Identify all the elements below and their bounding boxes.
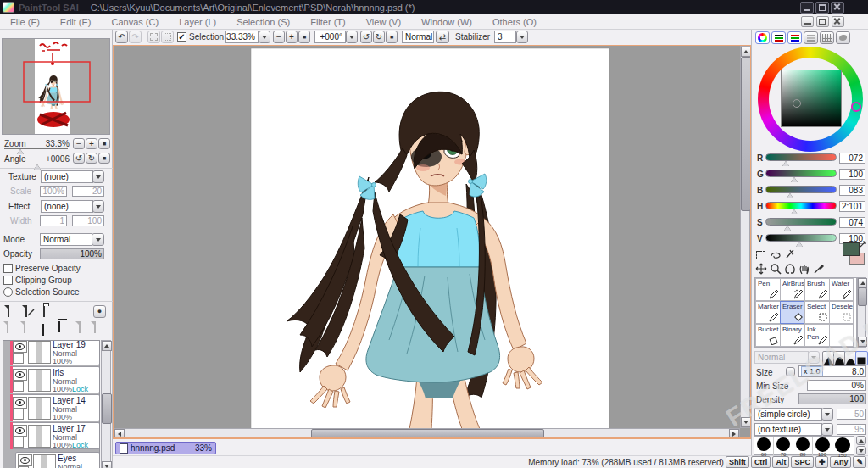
zoom-dropdown-button[interactable] (259, 31, 270, 43)
brush-preset[interactable]: 150 (832, 437, 852, 455)
tool-pen[interactable]: Pen (755, 278, 781, 301)
menu-edit[interactable]: Edit (E) (50, 17, 102, 27)
zoom-tool-icon[interactable] (770, 263, 782, 275)
canvas-hscrollbar[interactable] (114, 428, 740, 437)
layer-checkbox[interactable] (13, 381, 24, 392)
selection-transform-button[interactable] (161, 31, 174, 43)
new-linework-layer-icon[interactable] (25, 306, 27, 316)
delete-layer-icon[interactable] (58, 321, 60, 332)
ctrl-key-button[interactable]: Ctrl (751, 456, 771, 468)
brush-texture-dropdown-button[interactable] (821, 423, 833, 436)
slider-r-value[interactable]: 072 (839, 153, 865, 164)
brush-edge-flat-button[interactable] (855, 351, 868, 365)
eyedropper-icon[interactable] (813, 263, 825, 275)
magic-wand-icon[interactable] (784, 248, 795, 260)
new-layer-set-icon[interactable] (43, 306, 45, 316)
shift-key-button[interactable]: Shift (726, 456, 749, 468)
slider-b[interactable] (765, 186, 837, 193)
slider-g[interactable] (765, 170, 837, 177)
nav-zoom-in-button[interactable]: + (86, 138, 97, 149)
nav-zoom-reset-button[interactable]: ■ (98, 138, 110, 149)
layer-visibility-toggle[interactable] (18, 454, 32, 466)
canvas-vscrollbar[interactable] (740, 46, 750, 428)
alt-key-button[interactable]: Alt (772, 456, 789, 468)
tool-binary[interactable]: Binary (780, 324, 805, 347)
stabilizer-dropdown-button[interactable] (516, 31, 528, 43)
rotate-ccw-button[interactable]: ↺ (360, 31, 372, 43)
menu-layer[interactable]: Layer (L) (169, 17, 226, 27)
layer-opacity-slider[interactable]: 100% (40, 248, 104, 259)
slider-h[interactable] (765, 202, 837, 209)
zoom-out-button[interactable]: − (273, 31, 285, 43)
any-key-button[interactable]: Any (830, 456, 851, 468)
menu-view[interactable]: View (V) (356, 17, 411, 27)
rect-select-icon[interactable] (756, 251, 765, 259)
layer-mode-select[interactable]: Normal (40, 233, 92, 246)
min-size-value[interactable]: 0% (807, 380, 866, 391)
angle-reset-button[interactable]: ■ (386, 31, 398, 43)
color-wheel-toggle[interactable] (755, 31, 770, 44)
density-slider[interactable]: 100 (798, 393, 866, 404)
preserve-opacity-checkbox[interactable] (3, 264, 13, 273)
zoom-value[interactable]: 33.33% (225, 31, 259, 43)
preset-scroll-down-button[interactable] (856, 446, 866, 455)
pen-status-icon[interactable]: ✎ (853, 456, 866, 468)
canvas-hscrollbar-thumb[interactable] (311, 429, 544, 438)
layer-row-iris[interactable]: Iris Normal 100%Lock (10, 366, 100, 393)
menu-others[interactable]: Others (O) (482, 17, 547, 27)
tool-bucket[interactable]: Bucket (755, 324, 781, 347)
hue-marker[interactable] (851, 102, 861, 112)
menu-canvas[interactable]: Canvas (C) (102, 17, 170, 27)
brush-size-unit-button[interactable] (786, 367, 795, 376)
tool-water[interactable]: Water (829, 278, 854, 301)
flip-view-button[interactable]: ⇄ (436, 31, 449, 43)
texture-dropdown-button[interactable] (92, 170, 104, 183)
navigator-preview[interactable] (2, 38, 110, 135)
doc-close-button[interactable] (832, 16, 844, 27)
slider-s-value[interactable]: 074 (839, 217, 865, 228)
layer-row-layer17[interactable]: Layer 17 Normal 100%Lock (10, 422, 100, 449)
rotate-cw-button[interactable]: ↻ (373, 31, 385, 43)
foreground-color-fill[interactable] (843, 242, 860, 256)
selection-to-layer-button[interactable]: ● (93, 305, 106, 318)
hand-tool-icon[interactable] (798, 263, 810, 275)
texture-select[interactable]: (none) (41, 170, 93, 183)
brush-preset[interactable]: 100 (813, 437, 832, 455)
window-minimize-button[interactable] (800, 2, 814, 14)
selection-source-radio[interactable] (3, 287, 13, 297)
transfer-down-icon[interactable] (7, 322, 8, 332)
menu-selection[interactable]: Selection (S) (226, 17, 300, 27)
layer-visibility-toggle[interactable] (13, 341, 27, 353)
nav-rotate-cw-button[interactable]: ↻ (86, 153, 97, 164)
layer-row-layer14[interactable]: Layer 14 Normal 100% (10, 394, 100, 421)
effect-select[interactable]: (none) (41, 200, 93, 213)
layer-checkbox[interactable] (13, 437, 24, 448)
menu-filter[interactable]: Filter (T) (300, 17, 356, 27)
slider-v[interactable] (765, 234, 837, 242)
brush-shape-select[interactable]: (simple circle) (754, 408, 822, 421)
window-close-button[interactable] (831, 2, 844, 14)
tool-airbrush[interactable]: AirBrush (780, 278, 805, 301)
layer-list-vscrollbar[interactable] (101, 340, 111, 468)
slider-b-value[interactable]: 083 (839, 185, 865, 196)
brush-blend-select[interactable]: Normal (754, 351, 809, 364)
scratchpad-toggle[interactable] (836, 31, 850, 44)
slider-g-value[interactable]: 100 (839, 169, 865, 180)
brush-preset[interactable]: 70 (774, 437, 793, 455)
crosshair-icon[interactable]: ✚ (815, 456, 829, 468)
undo-button[interactable]: ↶ (115, 31, 128, 43)
tool-deselect[interactable]: Deselect (829, 301, 854, 324)
view-mode-box[interactable]: Normal (402, 31, 434, 43)
zoom-reset-button[interactable]: ■ (298, 31, 310, 43)
tool-select[interactable]: Select (804, 301, 830, 324)
paste-layer-icon[interactable] (94, 322, 96, 332)
layer-checkbox[interactable] (13, 409, 24, 420)
rgb-sliders-toggle[interactable] (771, 31, 786, 44)
menu-file[interactable]: File (F) (0, 17, 50, 27)
window-maximize-button[interactable] (815, 2, 829, 14)
brush-texture-select[interactable]: (no texture) (754, 423, 822, 436)
effect-dropdown-button[interactable] (92, 200, 104, 213)
tool-grid-scrollbar[interactable] (857, 277, 866, 348)
merge-down-icon[interactable] (24, 322, 25, 332)
layer-checkbox[interactable] (13, 353, 24, 364)
